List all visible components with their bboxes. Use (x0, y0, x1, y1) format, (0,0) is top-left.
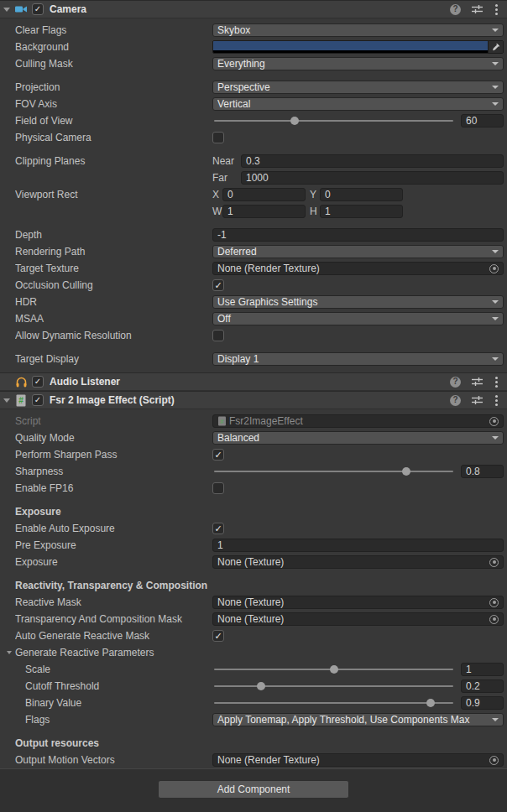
physical-camera-checkbox[interactable] (212, 132, 224, 143)
exposure-object-field[interactable]: None (Texture) (212, 555, 504, 569)
x-input[interactable]: 0 (222, 188, 306, 201)
kebab-menu-icon[interactable] (495, 399, 498, 402)
transparency-and-composition-mask-object-field[interactable]: None (Texture) (212, 612, 504, 626)
camera-icon (14, 3, 28, 16)
projection-dropdown[interactable]: Perspective (212, 81, 504, 94)
audio-listener-enabled-checkbox[interactable]: ✓ (32, 376, 44, 388)
enable-fp16-checkbox[interactable] (212, 482, 224, 494)
cutoff-threshold-slider-handle[interactable] (257, 682, 265, 690)
enable-auto-exposure-label: Enable Auto Exposure (15, 523, 212, 534)
enable-fp16-label: Enable FP16 (15, 482, 212, 494)
target-texture-label: Target Texture (15, 263, 212, 274)
h-input[interactable]: 1 (320, 205, 403, 218)
generate-reactive-parameters-foldout-arrow-icon[interactable] (7, 651, 12, 654)
checkmark-icon: ✓ (214, 632, 222, 641)
clear-flags-dropdown[interactable]: Skybox (212, 23, 504, 37)
target-display-dropdown[interactable]: Display 1 (212, 352, 504, 366)
help-icon[interactable]: ? (450, 377, 461, 388)
binary-value-slider-handle[interactable] (426, 699, 435, 707)
exposure-row: ExposureNone (Texture) (0, 554, 507, 570)
presets-icon[interactable] (472, 395, 483, 405)
eyedropper-button[interactable] (488, 41, 503, 53)
presets-icon[interactable] (472, 4, 483, 14)
quality-mode-dropdown[interactable]: Balanced (212, 431, 504, 445)
exposure-section-header: Exposure (15, 506, 61, 518)
object-picker-icon[interactable] (489, 264, 499, 273)
fsr2-image-effect-component-header[interactable]: # ✓ Fsr 2 Image Effect (Script) ? (0, 391, 507, 409)
background-color-field[interactable] (212, 40, 504, 54)
help-icon[interactable]: ? (450, 4, 461, 15)
checkmark-icon: ✓ (34, 396, 41, 404)
slider-track (214, 685, 453, 687)
reactive-mask-object-field[interactable]: None (Texture) (212, 596, 504, 609)
camera-component-header[interactable]: ✓ Camera ? (0, 0, 507, 18)
foldout-spacer (3, 382, 10, 383)
fov-axis-label: FOV Axis (15, 98, 212, 110)
generate-reactive-parameters-row[interactable]: Generate Reactive Parameters (0, 644, 507, 661)
binary-value-slider[interactable] (212, 696, 455, 710)
exposure-label: Exposure (15, 556, 212, 568)
exposure-row: Exposure (0, 503, 507, 520)
auto-generate-reactive-mask-checkbox[interactable]: ✓ (212, 630, 224, 642)
kebab-menu-icon[interactable] (495, 381, 498, 383)
y-input[interactable]: 0 (320, 188, 403, 201)
hdr-row: HDRUse Graphics Settings (0, 294, 507, 310)
help-icon[interactable]: ? (450, 395, 461, 406)
add-component-button[interactable]: Add Component (158, 780, 349, 799)
audio-listener-header-buttons: ? (450, 377, 499, 388)
kebab-menu-icon[interactable] (495, 8, 498, 11)
transparency-and-composition-mask-value: None (Texture) (217, 613, 489, 625)
object-picker-icon[interactable] (489, 615, 499, 624)
w-sublabel: W (212, 206, 222, 217)
depth-value: -1 (217, 229, 499, 241)
object-picker-icon[interactable] (489, 598, 499, 607)
binary-value-value-input[interactable]: 0.9 (461, 696, 504, 710)
field-of-view-value-input[interactable]: 60 (461, 114, 504, 128)
presets-icon[interactable] (472, 377, 483, 387)
perform-sharpen-pass-checkbox[interactable]: ✓ (212, 449, 224, 461)
fsr2-enabled-checkbox[interactable]: ✓ (32, 394, 44, 406)
dropdown-arrow-icon (492, 62, 499, 65)
far-input[interactable]: 1000 (241, 171, 504, 185)
rendering-path-dropdown[interactable]: Deferred (212, 245, 504, 258)
camera-enabled-checkbox[interactable]: ✓ (32, 3, 44, 15)
rendering-path-value: Deferred (217, 246, 489, 258)
cutoff-threshold-label: Cutoff Threshold (15, 680, 212, 692)
audio-listener-component-header[interactable]: ✓ Audio Listener ? (0, 372, 507, 391)
culling-mask-dropdown[interactable]: Everything (212, 57, 504, 70)
cutoff-threshold-slider[interactable] (212, 679, 455, 693)
w-input[interactable]: 1 (222, 205, 306, 218)
target-texture-object-field[interactable]: None (Render Texture) (212, 262, 504, 275)
field-of-view-slider[interactable] (212, 114, 455, 128)
pre-exposure-input[interactable]: 1 (212, 539, 504, 552)
sharpness-value-input[interactable]: 0.8 (461, 465, 504, 478)
quality-mode-label: Quality Mode (15, 432, 212, 444)
msaa-dropdown[interactable]: Off (212, 312, 504, 325)
sharpness-slider[interactable] (212, 465, 455, 478)
depth-input[interactable]: -1 (212, 228, 504, 242)
output-motion-vectors-object-field[interactable]: None (Render Texture) (212, 753, 504, 767)
occlusion-culling-checkbox[interactable]: ✓ (212, 279, 224, 291)
dropdown-arrow-icon (492, 300, 499, 304)
scale-slider-handle[interactable] (330, 665, 338, 674)
clipping-planes-input[interactable]: 0.3 (241, 154, 504, 168)
fsr2-foldout-arrow-icon[interactable] (3, 398, 10, 403)
object-picker-icon[interactable] (489, 417, 499, 426)
sharpness-slider-handle[interactable] (402, 467, 410, 476)
script-object-field[interactable]: #Fsr2ImageEffect (212, 414, 504, 428)
fov-axis-dropdown[interactable]: Vertical (212, 97, 504, 111)
field-of-view-slider-handle[interactable] (290, 117, 299, 125)
object-picker-icon[interactable] (489, 558, 499, 567)
cutoff-threshold-value-input[interactable]: 0.2 (461, 679, 504, 693)
scale-slider[interactable] (212, 663, 455, 676)
flags-dropdown[interactable]: Apply Tonemap, Apply Threshold, Use Comp… (212, 713, 504, 726)
field-of-view-label: Field of View (15, 115, 212, 127)
clear-flags-label: Clear Flags (15, 24, 212, 36)
object-picker-icon[interactable] (489, 756, 499, 765)
camera-foldout-arrow-icon[interactable] (3, 8, 10, 12)
allow-dynamic-resolution-checkbox[interactable] (212, 330, 224, 341)
enable-auto-exposure-checkbox[interactable]: ✓ (212, 523, 224, 534)
y-sublabel: Y (310, 189, 320, 200)
hdr-dropdown[interactable]: Use Graphics Settings (212, 295, 504, 309)
scale-value-input[interactable]: 1 (461, 663, 504, 676)
